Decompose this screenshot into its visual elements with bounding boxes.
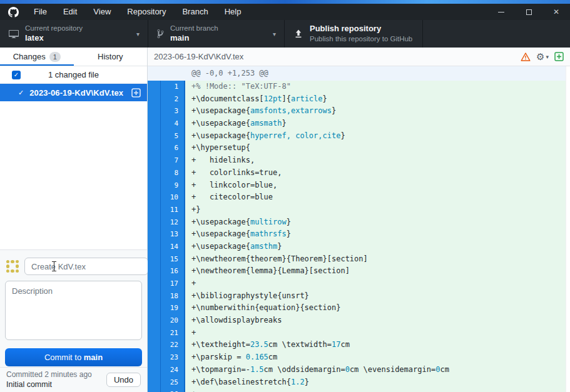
- diff-gutter-old[interactable]: [148, 191, 161, 204]
- publish-title: Publish repository: [310, 24, 412, 34]
- diff-gutter-old[interactable]: [148, 376, 161, 389]
- close-button[interactable]: ✕: [542, 4, 570, 20]
- diff-gutter-old[interactable]: [148, 179, 161, 192]
- warning-icon[interactable]: [521, 52, 531, 62]
- tab-changes[interactable]: Changes 1: [0, 48, 74, 66]
- diff-gutter-old[interactable]: [148, 81, 161, 93]
- hunk-header: @@ -0,0 +1,253 @@: [148, 66, 570, 81]
- menu: FileEditViewRepositoryBranchHelp: [26, 4, 249, 20]
- diff-gutter-new[interactable]: 7: [161, 154, 185, 167]
- diff-gutter-new[interactable]: 6: [161, 142, 185, 154]
- diff-line: 19+\numberwithin{equation}{section}: [148, 302, 570, 314]
- diff-gutter-old[interactable]: [148, 351, 161, 364]
- diff-gutter-old[interactable]: [148, 364, 161, 376]
- diff-gutter-old[interactable]: [148, 290, 161, 303]
- diff-line-content: +\documentclass[12pt]{article}: [185, 93, 327, 106]
- diff-gutter-new[interactable]: 4: [161, 118, 185, 130]
- current-repository-button[interactable]: Current repository latex ▾: [0, 20, 148, 48]
- diff-gutter-new[interactable]: 22: [161, 339, 185, 351]
- changed-files-summary-row: ✓ 1 changed file: [0, 66, 147, 84]
- diff-line-content: +\def\baselinestretch{1.2}: [185, 376, 309, 389]
- diff-line-content: +\usepackage{amsmath}: [185, 118, 287, 130]
- changed-files-summary: 1 changed file: [0, 70, 147, 79]
- diff-gutter-new[interactable]: 19: [161, 302, 185, 314]
- diff-gutter-new[interactable]: 24: [161, 364, 185, 376]
- menu-edit[interactable]: Edit: [55, 4, 85, 20]
- diff-gutter-new[interactable]: 8: [161, 167, 185, 179]
- diff-gutter-old[interactable]: [148, 253, 161, 266]
- diff-gutter-new[interactable]: 10: [161, 191, 185, 204]
- diff-scrollbar[interactable]: [566, 66, 570, 392]
- diff-gutter-old[interactable]: [148, 265, 161, 278]
- diff-gutter-old[interactable]: [148, 241, 161, 253]
- diff-line-content: + citecolor=blue: [185, 191, 273, 204]
- diff-options-button[interactable]: ⚙ ▾: [536, 51, 549, 63]
- diff-gutter-new[interactable]: 13: [161, 228, 185, 241]
- diff-gutter-new[interactable]: 23: [161, 351, 185, 364]
- diff-gutter-old[interactable]: [148, 118, 161, 130]
- diff-gutter-old[interactable]: [148, 216, 161, 229]
- diff-gutter-new[interactable]: 15: [161, 253, 185, 266]
- diff-gutter-new[interactable]: 12: [161, 216, 185, 229]
- maximize-button[interactable]: [515, 4, 542, 20]
- publish-repository-button[interactable]: Publish repository Publish this reposito…: [285, 20, 423, 48]
- avatar-dot: [11, 260, 14, 263]
- file-row[interactable]: ✓ 2023-06-19-KdV\KdV.tex: [0, 84, 147, 101]
- diff-gutter-new[interactable]: 3: [161, 105, 185, 118]
- diff-line: 14+\usepackage{amsthm}: [148, 241, 570, 253]
- diff-gutter-old[interactable]: [148, 204, 161, 216]
- select-all-checkbox[interactable]: ✓: [12, 71, 21, 79]
- diff-gutter-old[interactable]: [148, 314, 161, 327]
- diff-gutter-old[interactable]: [148, 339, 161, 351]
- menu-view[interactable]: View: [85, 4, 119, 20]
- diff-gutter-old[interactable]: [148, 142, 161, 154]
- diff-line-content: +\usepackage{hyperref, color,cite}: [185, 130, 345, 143]
- diff-gutter-new[interactable]: 1: [161, 81, 185, 93]
- diff-gutter-new[interactable]: 2: [161, 93, 185, 106]
- diff-line: 26+: [148, 388, 570, 392]
- diff-line-content: +: [185, 327, 196, 339]
- diff-gutter-new[interactable]: 9: [161, 179, 185, 192]
- diff-gutter-new[interactable]: 18: [161, 290, 185, 303]
- diff-gutter-old[interactable]: [148, 278, 161, 290]
- menu-branch[interactable]: Branch: [174, 4, 216, 20]
- diff-gutter-old[interactable]: [148, 93, 161, 106]
- diff-gutter-old[interactable]: [148, 302, 161, 314]
- toolbar: Current repository latex ▾ Current branc…: [0, 20, 570, 48]
- maximize-icon: [526, 9, 532, 15]
- tab-history[interactable]: History: [74, 48, 148, 66]
- commit-description-input[interactable]: [5, 281, 142, 340]
- diff-line: 21+: [148, 327, 570, 339]
- diff-gutter-old[interactable]: [148, 105, 161, 118]
- diff-gutter-new[interactable]: 17: [161, 278, 185, 290]
- diff-gutter-old[interactable]: [148, 327, 161, 339]
- diff-gutter-new[interactable]: 5: [161, 130, 185, 143]
- current-branch-button[interactable]: Current branch main ▾: [148, 20, 285, 48]
- diff-gutter-old[interactable]: [148, 228, 161, 241]
- diff-line: 17+: [148, 278, 570, 290]
- diff-line-content: +\newtheorem{theorem}{Theorem}[section]: [185, 253, 368, 266]
- diff-line: 2+\documentclass[12pt]{article}: [148, 93, 570, 106]
- diff-line-content: +\topmargin=-1.5cm \oddsidemargin=0cm \e…: [185, 364, 449, 376]
- minimize-button[interactable]: [487, 4, 515, 20]
- expand-diff-button[interactable]: [554, 52, 564, 61]
- commit-summary-input[interactable]: [24, 258, 148, 275]
- menu-repository[interactable]: Repository: [119, 4, 174, 20]
- menu-help[interactable]: Help: [216, 4, 250, 20]
- diff-gutter-new[interactable]: 26: [161, 388, 185, 392]
- diff-gutter-old[interactable]: [148, 154, 161, 167]
- diff-gutter-new[interactable]: 20: [161, 314, 185, 327]
- diff-gutter-old[interactable]: [148, 388, 161, 392]
- menu-file[interactable]: File: [26, 4, 55, 20]
- diff-gutter-new[interactable]: 16: [161, 265, 185, 278]
- diff-gutter-new[interactable]: 25: [161, 376, 185, 389]
- diff-gutter-new[interactable]: 11: [161, 204, 185, 216]
- chevron-down-icon: ▾: [546, 54, 549, 60]
- diff-gutter-old[interactable]: [148, 130, 161, 143]
- diff-gutter-new[interactable]: 14: [161, 241, 185, 253]
- diff-gutter-old[interactable]: [148, 167, 161, 179]
- undo-button[interactable]: Undo: [106, 373, 141, 387]
- commit-button[interactable]: Commit to main: [5, 348, 142, 366]
- diff-gutter-new[interactable]: 21: [161, 327, 185, 339]
- window-controls: ✕: [487, 4, 570, 20]
